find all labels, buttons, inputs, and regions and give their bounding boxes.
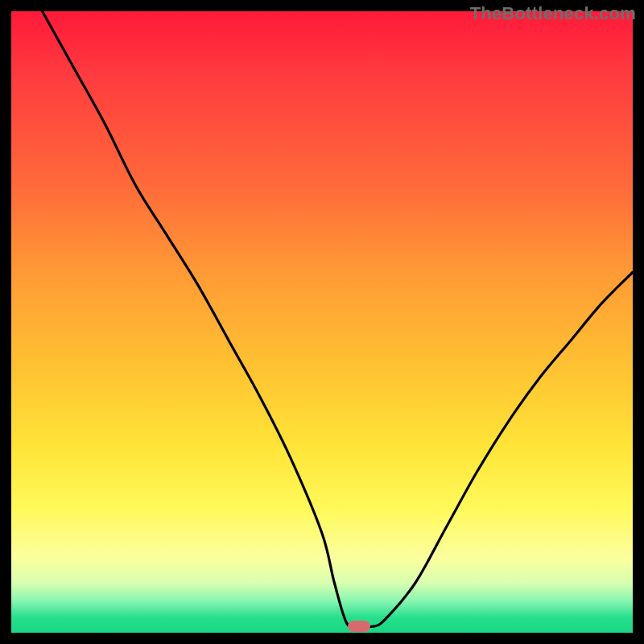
chart-frame: TheBottleneck.com: [0, 0, 644, 644]
bottleneck-curve: [43, 11, 633, 628]
plot-area: [11, 11, 633, 633]
optimal-point-marker: [348, 621, 370, 632]
watermark-text: TheBottleneck.com: [470, 3, 636, 24]
curve-layer: [11, 11, 633, 633]
